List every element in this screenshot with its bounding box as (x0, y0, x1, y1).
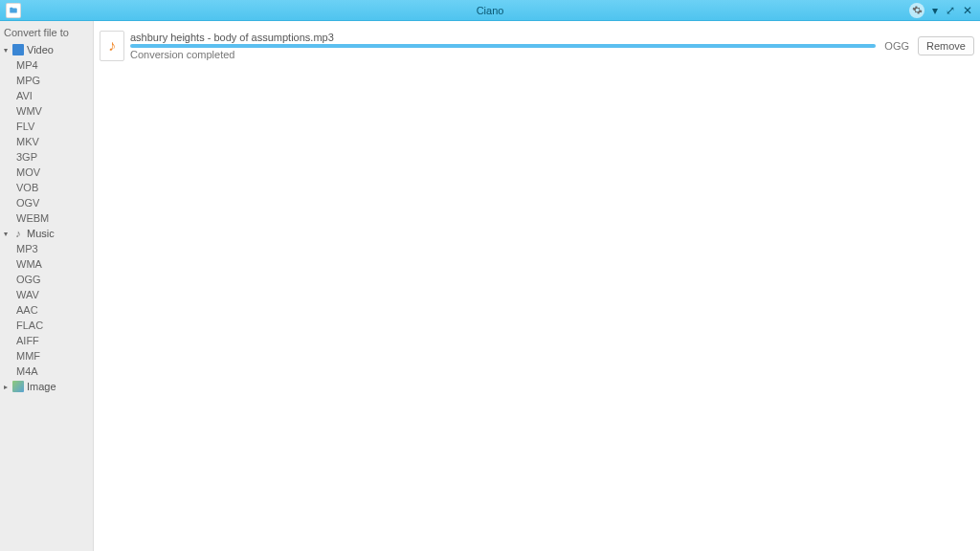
open-file-button[interactable] (6, 3, 21, 18)
settings-button[interactable] (909, 3, 924, 18)
format-vob[interactable]: VOB (0, 180, 93, 195)
remove-button[interactable]: Remove (918, 36, 974, 55)
content: Convert file to ▾VideoMP4MPGAVIWMVFLVMKV… (0, 21, 980, 551)
format-mp4[interactable]: MP4 (0, 57, 93, 73)
format-mmf[interactable]: MMF (0, 348, 93, 364)
format-mov[interactable]: MOV (0, 165, 93, 180)
audio-file-icon: ♪ (100, 31, 124, 61)
format-webm[interactable]: WEBM (0, 210, 93, 226)
sidebar-header: Convert file to (0, 27, 93, 42)
target-format-label: OGG (881, 40, 912, 52)
window-title: Ciano (0, 5, 980, 16)
format-wma[interactable]: WMA (0, 256, 93, 272)
folder-icon (9, 6, 18, 15)
sidebar-category-video[interactable]: ▾Video (0, 42, 93, 57)
chevron-down-icon: ▾ (2, 230, 10, 238)
format-wav[interactable]: WAV (0, 287, 93, 302)
item-body: ashbury heights - body of assumptions.mp… (130, 32, 876, 60)
titlebar: Ciano ▾ ⤢ ✕ (0, 0, 980, 21)
format-flv[interactable]: FLV (0, 119, 93, 134)
category-label: Video (27, 44, 54, 55)
music-note-icon: ♪ (108, 37, 116, 55)
progress-bar (130, 44, 876, 48)
sidebar-category-music[interactable]: ▾♪Music (0, 226, 93, 241)
format-wmv[interactable]: WMV (0, 103, 93, 119)
format-avi[interactable]: AVI (0, 88, 93, 103)
format-mkv[interactable]: MKV (0, 134, 93, 149)
item-status: Conversion completed (130, 49, 876, 60)
close-button[interactable]: ✕ (963, 5, 972, 16)
format-aiff[interactable]: AIFF (0, 333, 93, 348)
image-icon (12, 381, 24, 392)
category-label: Image (27, 381, 56, 392)
item-filename: ashbury heights - body of assumptions.mp… (130, 32, 876, 43)
format-3gp[interactable]: 3GP (0, 149, 93, 165)
conversion-item: ♪ashbury heights - body of assumptions.m… (100, 25, 974, 67)
maximize-button[interactable]: ⤢ (946, 5, 955, 16)
video-icon (12, 44, 24, 55)
category-label: Music (27, 228, 55, 239)
format-ogg[interactable]: OGG (0, 272, 93, 287)
format-m4a[interactable]: M4A (0, 364, 93, 379)
chevron-down-icon: ▾ (2, 46, 10, 55)
sidebar: Convert file to ▾VideoMP4MPGAVIWMVFLVMKV… (0, 21, 94, 551)
music-icon: ♪ (12, 228, 24, 239)
gear-icon (912, 5, 923, 15)
window-controls: ▾ ⤢ ✕ (909, 3, 980, 18)
chevron-right-icon: ▸ (2, 383, 10, 391)
minimize-button[interactable]: ▾ (932, 5, 938, 16)
format-mpg[interactable]: MPG (0, 73, 93, 88)
format-aac[interactable]: AAC (0, 302, 93, 318)
main-area: ♪ashbury heights - body of assumptions.m… (94, 21, 980, 551)
format-ogv[interactable]: OGV (0, 195, 93, 210)
format-flac[interactable]: FLAC (0, 318, 93, 333)
sidebar-category-image[interactable]: ▸Image (0, 379, 93, 394)
format-mp3[interactable]: MP3 (0, 241, 93, 256)
